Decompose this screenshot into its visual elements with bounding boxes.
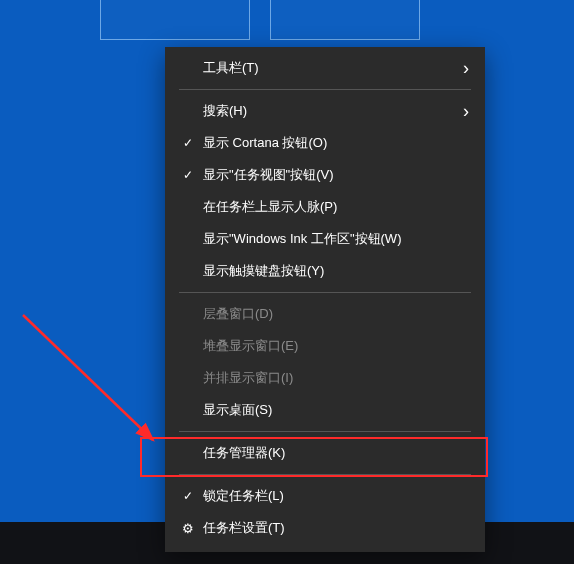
menu-item-label: 搜索(H) xyxy=(203,102,463,120)
menu-item-label: 层叠窗口(D) xyxy=(203,305,469,323)
svg-line-0 xyxy=(23,315,153,440)
window-outline xyxy=(100,0,250,40)
menu-item-label: 显示桌面(S) xyxy=(203,401,469,419)
menu-item-label: 显示"任务视图"按钮(V) xyxy=(203,166,469,184)
menu-item-task-manager[interactable]: 任务管理器(K) xyxy=(165,437,485,469)
menu-item-label: 堆叠显示窗口(E) xyxy=(203,337,469,355)
separator xyxy=(179,89,471,90)
check-icon xyxy=(179,168,197,182)
menu-item-label: 显示"Windows Ink 工作区"按钮(W) xyxy=(203,230,469,248)
menu-item-show-desktop[interactable]: 显示桌面(S) xyxy=(165,394,485,426)
taskbar-context-menu: 工具栏(T) 搜索(H) 显示 Cortana 按钮(O) 显示"任务视图"按钮… xyxy=(165,47,485,552)
menu-item-cascade-windows: 层叠窗口(D) xyxy=(165,298,485,330)
menu-item-show-cortana[interactable]: 显示 Cortana 按钮(O) xyxy=(165,127,485,159)
menu-item-label: 并排显示窗口(I) xyxy=(203,369,469,387)
menu-item-label: 任务管理器(K) xyxy=(203,444,469,462)
menu-item-label: 显示触摸键盘按钮(Y) xyxy=(203,262,469,280)
menu-item-label: 在任务栏上显示人脉(P) xyxy=(203,198,469,216)
menu-item-label: 工具栏(T) xyxy=(203,59,463,77)
menu-item-taskbar-settings[interactable]: 任务栏设置(T) xyxy=(165,512,485,544)
annotation-arrow xyxy=(18,310,178,460)
chevron-right-icon xyxy=(463,102,469,120)
separator xyxy=(179,292,471,293)
menu-item-search[interactable]: 搜索(H) xyxy=(165,95,485,127)
chevron-right-icon xyxy=(463,59,469,77)
menu-item-show-people[interactable]: 在任务栏上显示人脉(P) xyxy=(165,191,485,223)
separator xyxy=(179,431,471,432)
menu-item-label: 显示 Cortana 按钮(O) xyxy=(203,134,469,152)
separator xyxy=(179,474,471,475)
check-icon xyxy=(179,489,197,503)
menu-item-lock-taskbar[interactable]: 锁定任务栏(L) xyxy=(165,480,485,512)
menu-item-show-touch-keyboard[interactable]: 显示触摸键盘按钮(Y) xyxy=(165,255,485,287)
menu-item-side-by-side: 并排显示窗口(I) xyxy=(165,362,485,394)
menu-item-show-ink[interactable]: 显示"Windows Ink 工作区"按钮(W) xyxy=(165,223,485,255)
menu-item-stack-windows: 堆叠显示窗口(E) xyxy=(165,330,485,362)
menu-item-label: 锁定任务栏(L) xyxy=(203,487,469,505)
background-window-outlines xyxy=(100,0,420,40)
gear-icon xyxy=(179,521,197,536)
menu-item-toolbars[interactable]: 工具栏(T) xyxy=(165,52,485,84)
menu-item-label: 任务栏设置(T) xyxy=(203,519,469,537)
check-icon xyxy=(179,136,197,150)
menu-item-show-taskview[interactable]: 显示"任务视图"按钮(V) xyxy=(165,159,485,191)
window-outline xyxy=(270,0,420,40)
